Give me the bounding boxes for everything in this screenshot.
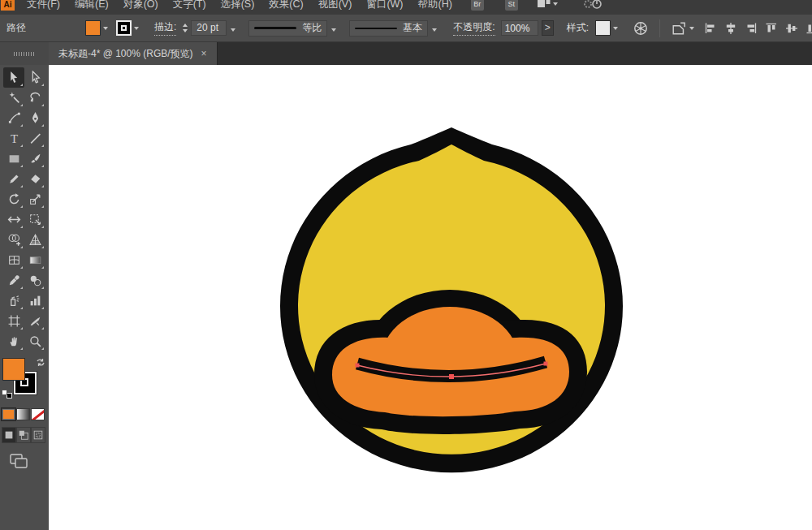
swap-fill-stroke-icon[interactable] [36,358,45,367]
menu-item-9[interactable]: 帮助(H) [411,0,460,11]
width-profile-dropdown-icon[interactable] [331,23,336,34]
vertical-align-center-icon[interactable] [785,22,798,35]
svg-text:T: T [10,132,17,145]
document-tab-bar: 未标题-4* @ 100% (RGB/预览) × [49,42,812,65]
width-tool[interactable] [3,209,24,230]
eraser-tool[interactable] [24,169,45,189]
vertical-align-bottom-icon[interactable] [806,22,812,35]
fill-color-swatch[interactable] [85,20,101,36]
menu-item-3[interactable]: 对象(O) [116,0,166,11]
document-tab[interactable]: 未标题-4* @ 100% (RGB/预览) × [49,42,218,65]
default-fill-stroke-icon[interactable] [2,390,12,399]
scale-tool[interactable] [24,189,45,209]
workspace-switcher-icon[interactable] [538,0,558,9]
paintbrush-tool[interactable] [24,149,45,169]
line-segment-tool[interactable] [24,128,45,149]
fill-color-dropdown[interactable] [85,20,108,36]
opacity-input[interactable] [501,20,538,36]
symbol-sprayer-tool[interactable] [3,291,24,311]
none-button[interactable] [31,408,45,420]
context-label: 路径 [6,21,26,35]
menu-bar: Ai 文件(F)编辑(E)对象(O)文字(T)选择(S)效果(C)视图(V)窗口… [0,0,812,15]
pencil-tool[interactable] [3,169,24,189]
artboard-tool[interactable] [3,311,24,331]
draw-inside-button[interactable] [31,427,45,443]
rotate-tool[interactable] [3,189,24,209]
control-bar: 路径 描边: 20 pt 等比 基本 不透明度: > 样式: [0,15,812,42]
tools-panel: T [0,42,49,530]
draw-normal-button[interactable] [2,427,16,443]
brush-definition-dropdown-icon[interactable] [432,23,437,34]
transform-options-icon[interactable] [672,21,694,36]
stroke-weight-value[interactable]: 20 pt [191,20,227,36]
brush-definition-value: 基本 [403,21,422,35]
hand-tool[interactable] [3,331,24,351]
pen-tool[interactable] [24,108,45,128]
style-dropdown[interactable] [595,20,618,36]
screen-mode-button[interactable] [6,451,31,471]
fill-swatch[interactable] [2,358,25,381]
brush-definition-select[interactable]: 基本 [349,20,428,37]
slice-tool[interactable] [24,311,45,331]
stroke-panel-link[interactable]: 描边: [154,20,176,36]
gradient-tool[interactable] [24,250,45,270]
tab-close-icon[interactable]: × [201,48,207,59]
vertical-align-top-icon[interactable] [765,22,778,35]
opacity-panel-link[interactable]: 不透明度: [453,20,495,36]
tools-panel-grip[interactable] [0,42,49,65]
menu-item-4[interactable]: 文字(T) [166,0,214,11]
width-profile-select[interactable]: 等比 [248,20,327,37]
recolor-artwork-icon[interactable] [633,21,648,36]
width-profile-value: 等比 [302,21,322,35]
curvature-tool[interactable] [3,108,24,128]
anchor-point-left[interactable] [356,364,360,368]
fill-stroke-control [2,358,47,403]
magic-wand-tool[interactable] [3,88,24,108]
bridge-button[interactable]: Br [471,0,484,11]
menu-item-2[interactable]: 编辑(E) [67,0,116,11]
brush-definition-preview [355,28,397,29]
stroke-color-swatch[interactable] [116,20,132,36]
document-tab-title: 未标题-4* @ 100% (RGB/预览) [58,47,193,61]
style-label: 样式: [567,21,589,35]
horizontal-align-left-icon[interactable] [704,22,717,35]
horizontal-align-center-icon[interactable] [724,22,737,35]
horizontal-align-right-icon[interactable] [745,22,758,35]
menu-item-7[interactable]: 视图(V) [311,0,360,11]
selection-tool[interactable] [3,67,24,88]
stroke-weight-dropdown-icon[interactable] [231,23,235,34]
rectangle-tool[interactable] [3,149,24,169]
stroke-weight-stepper[interactable] [183,24,188,32]
menu-item-1[interactable]: 文件(F) [19,0,67,11]
type-tool[interactable]: T [3,128,24,149]
anchor-point-middle[interactable] [449,374,454,379]
shape-builder-tool[interactable] [3,230,24,250]
mesh-tool[interactable] [3,250,24,270]
color-button[interactable] [2,408,15,420]
width-profile-preview [254,27,296,29]
opacity-expand-button[interactable]: > [542,20,554,36]
eyedropper-tool[interactable] [3,270,24,291]
menu-item-6[interactable]: 效果(C) [261,0,310,11]
free-transform-tool[interactable] [24,209,45,230]
artboard-canvas[interactable] [49,65,812,530]
lasso-tool[interactable] [24,88,45,108]
anchor-point-right[interactable] [544,362,548,366]
app-logo: Ai [1,0,15,11]
gradient-button[interactable] [16,408,30,420]
stock-button[interactable]: St [505,0,518,11]
direct-selection-tool[interactable] [24,67,45,88]
blend-tool[interactable] [24,270,45,291]
menu-item-5[interactable]: 选择(S) [214,0,262,11]
menu-item-8[interactable]: 窗口(W) [359,0,410,11]
zoom-tool[interactable] [24,331,45,351]
perspective-grid-tool[interactable] [24,230,45,250]
stroke-color-dropdown[interactable] [116,20,139,36]
sync-settings-icon[interactable] [583,0,604,10]
duck-artwork [49,65,812,530]
style-swatch[interactable] [595,20,611,36]
column-graph-tool[interactable] [24,291,45,311]
draw-behind-button[interactable] [16,427,31,443]
